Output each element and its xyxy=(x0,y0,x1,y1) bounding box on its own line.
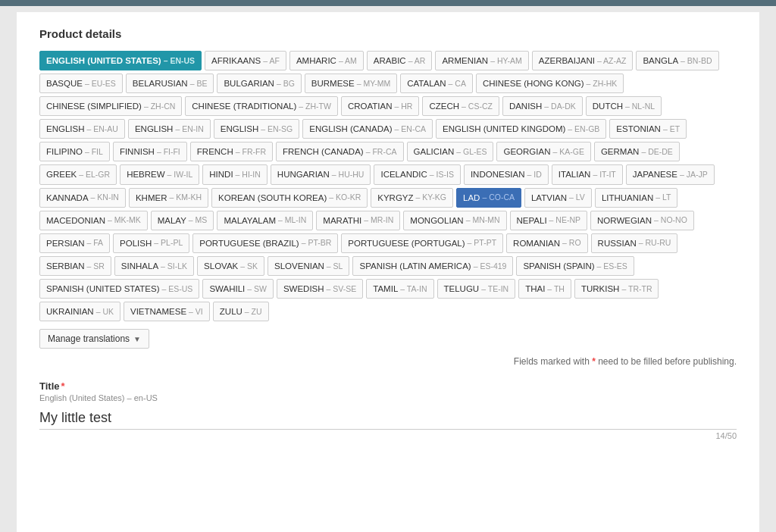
lang-btn-sr[interactable]: SERBIAN– SR xyxy=(39,256,111,276)
lang-btn-es-419[interactable]: SPANISH (LATIN AMERICA)– ES-419 xyxy=(352,256,513,276)
lang-btn-da-dk[interactable]: DANISH– DA-DK xyxy=(502,96,583,116)
lang-btn-th[interactable]: THAI– TH xyxy=(518,279,571,299)
lang-code: – SI-LK xyxy=(161,261,187,272)
lang-btn-mr-in[interactable]: MARATHI– MR-IN xyxy=(316,211,400,230)
lang-btn-es-es[interactable]: SPANISH (SPAIN)– ES-ES xyxy=(516,256,634,276)
lang-btn-te-in[interactable]: TELUGU– TE-IN xyxy=(437,279,516,299)
lang-label: DUTCH xyxy=(593,100,623,112)
lang-btn-et[interactable]: ESTONIAN– ET xyxy=(609,119,687,139)
lang-btn-mn-mn[interactable]: MONGOLIAN– MN-MN xyxy=(403,211,506,230)
lang-btn-nl-nl[interactable]: DUTCH– NL-NL xyxy=(586,96,662,116)
lang-btn-hi-in[interactable]: HINDI– HI-IN xyxy=(202,164,268,184)
lang-label: CHINESE (HONG KONG) xyxy=(483,77,584,89)
lang-code: – EN-IN xyxy=(175,124,203,135)
lang-btn-fr-ca[interactable]: FRENCH (CANADA)– FR-CA xyxy=(276,142,404,161)
lang-label: GALICIAN xyxy=(414,146,455,158)
char-count: 14/50 xyxy=(39,431,737,440)
lang-btn-fa[interactable]: PERSIAN– FA xyxy=(39,233,110,253)
lang-btn-az-az[interactable]: AZERBAIJANI– AZ-AZ xyxy=(532,51,634,70)
lang-btn-zh-hk[interactable]: CHINESE (HONG KONG)– ZH-HK xyxy=(476,74,624,93)
lang-btn-kn-in[interactable]: KANNADA– KN-IN xyxy=(39,188,126,208)
lang-btn-mk-mk[interactable]: MACEDONIAN– MK-MK xyxy=(39,211,148,230)
lang-btn-de-de[interactable]: GERMAN– DE-DE xyxy=(594,142,680,161)
lang-label: GEORGIAN xyxy=(503,146,550,158)
lang-code: – AZ-AZ xyxy=(597,55,627,67)
lang-btn-ka-ge[interactable]: GEORGIAN– KA-GE xyxy=(496,142,590,161)
lang-btn-co-ca[interactable]: LAD– CO-CA xyxy=(456,188,521,208)
lang-btn-sk[interactable]: SLOVAK– SK xyxy=(197,256,264,276)
lang-code: – SK xyxy=(240,261,258,272)
lang-btn-es-us[interactable]: SPANISH (UNITED STATES)– ES-US xyxy=(39,279,199,299)
lang-label: MONGOLIAN xyxy=(410,214,463,227)
lang-code: – MR-IN xyxy=(364,214,393,226)
lang-btn-zu[interactable]: ZULU– ZU xyxy=(213,302,269,321)
lang-label: AFRIKAANS xyxy=(211,55,261,67)
lang-btn-am[interactable]: AMHARIC– AM xyxy=(289,51,364,70)
lang-btn-ky-kg[interactable]: KYRGYZ– KY-KG xyxy=(371,188,453,208)
lang-btn-si-lk[interactable]: SINHALA– SI-LK xyxy=(114,256,194,276)
lang-btn-en-ca[interactable]: ENGLISH (CANADA)– EN-CA xyxy=(302,119,433,139)
lang-btn-ta-in[interactable]: TAMIL– TA-IN xyxy=(366,279,433,299)
lang-btn-fr-fr[interactable]: FRENCH– FR-FR xyxy=(190,142,273,161)
lang-btn-zh-tw[interactable]: CHINESE (TRADITIONAL)– ZH-TW xyxy=(185,96,338,116)
lang-btn-ne-np[interactable]: NEPALI– NE-NP xyxy=(510,211,588,230)
lang-btn-en-us[interactable]: ENGLISH (UNITED STATES)– EN-US xyxy=(39,51,202,70)
lang-btn-pl-pl[interactable]: POLISH– PL-PL xyxy=(113,233,189,253)
lang-btn-pt-pt[interactable]: PORTUGUESE (PORTUGAL)– PT-PT xyxy=(341,233,503,253)
lang-btn-en-sg[interactable]: ENGLISH– EN-SG xyxy=(214,119,300,139)
lang-btn-bg[interactable]: BULGARIAN– BG xyxy=(217,74,301,93)
lang-btn-en-gb[interactable]: ENGLISH (UNITED KINGDOM)– EN-GB xyxy=(436,119,606,139)
lang-btn-vi[interactable]: VIETNAMESE– VI xyxy=(124,302,210,321)
lang-btn-iw-il[interactable]: HEBREW– IW-IL xyxy=(120,164,199,184)
lang-btn-ms[interactable]: MALAY– MS xyxy=(151,211,214,230)
lang-btn-ml-in[interactable]: MALAYALAM– ML-IN xyxy=(217,211,313,230)
lang-btn-hr[interactable]: CROATIAN– HR xyxy=(341,96,420,116)
lang-btn-sv-se[interactable]: SWEDISH– SV-SE xyxy=(277,279,363,299)
lang-btn-fil[interactable]: FILIPINO– FIL xyxy=(39,142,110,161)
lang-btn-km-kh[interactable]: KHMER– KM-KH xyxy=(129,188,208,208)
lang-btn-lv[interactable]: LATVIAN– LV xyxy=(524,188,592,208)
lang-btn-ar[interactable]: ARABIC– AR xyxy=(367,51,433,70)
lang-label: MALAY xyxy=(158,214,186,227)
lang-label: FRENCH (CANADA) xyxy=(283,146,364,158)
lang-btn-cs-cz[interactable]: CZECH– CS-CZ xyxy=(422,96,499,116)
title-input[interactable] xyxy=(39,407,737,430)
lang-btn-it-it[interactable]: ITALIAN– IT-IT xyxy=(552,164,623,184)
lang-btn-be[interactable]: BELARUSIAN– BE xyxy=(126,74,214,93)
lang-btn-tr-tr[interactable]: TURKISH– TR-TR xyxy=(574,279,659,299)
lang-btn-no-no[interactable]: NORWEGIAN– NO-NO xyxy=(590,211,694,230)
lang-btn-el-gr[interactable]: GREEK– EL-GR xyxy=(39,164,117,184)
lang-btn-bn-bd[interactable]: BANGLA– BN-BD xyxy=(636,51,718,70)
lang-btn-uk[interactable]: UKRAINIAN– UK xyxy=(39,302,120,321)
title-sublabel: English (United States) – en-US xyxy=(39,393,737,402)
lang-btn-gl-es[interactable]: GALICIAN– GL-ES xyxy=(407,142,494,161)
manage-translations-button[interactable]: Manage translations ▼ xyxy=(39,329,149,349)
lang-btn-zh-cn[interactable]: CHINESE (SIMPLIFIED)– ZH-CN xyxy=(39,96,182,116)
lang-btn-my-mm[interactable]: BURMESE– MY-MM xyxy=(305,74,397,93)
lang-code: – ZH-HK xyxy=(586,78,617,89)
lang-btn-lt[interactable]: LITHUANIAN– LT xyxy=(595,188,678,208)
lang-btn-ca[interactable]: CATALAN– CA xyxy=(400,74,473,93)
lang-btn-en-in[interactable]: ENGLISH– EN-IN xyxy=(128,119,211,139)
lang-btn-is-is[interactable]: ICELANDIC– IS-IS xyxy=(374,164,460,184)
lang-label: CZECH xyxy=(429,100,459,112)
lang-btn-hu-hu[interactable]: HUNGARIAN– HU-HU xyxy=(271,164,371,184)
lang-btn-ko-kr[interactable]: KOREAN (SOUTH KOREA)– KO-KR xyxy=(211,188,368,208)
lang-label: PORTUGUESE (PORTUGAL) xyxy=(348,237,465,249)
lang-btn-sw[interactable]: SWAHILI– SW xyxy=(202,279,274,299)
lang-btn-pt-br[interactable]: PORTUGUESE (BRAZIL)– PT-BR xyxy=(192,233,338,253)
lang-btn-eu-es[interactable]: BASQUE– EU-ES xyxy=(39,74,123,93)
lang-btn-af[interactable]: AFRIKAANS– AF xyxy=(205,51,286,70)
lang-btn-sl[interactable]: SLOVENIAN– SL xyxy=(268,256,349,276)
lang-btn-en-au[interactable]: ENGLISH– EN-AU xyxy=(39,119,125,139)
lang-btn-ro[interactable]: ROMANIAN– RO xyxy=(506,233,588,253)
lang-btn-fi-fi[interactable]: FINNISH– FI-FI xyxy=(113,142,187,161)
lang-btn-ja-jp[interactable]: JAPANESE– JA-JP xyxy=(626,164,715,184)
lang-label: BELARUSIAN xyxy=(133,77,188,89)
lang-code: – LV xyxy=(569,192,585,203)
lang-btn-id[interactable]: INDONESIAN– ID xyxy=(464,164,549,184)
lang-code: – NL-NL xyxy=(625,101,655,112)
lang-code: – ES-US xyxy=(162,283,193,295)
lang-btn-ru-ru[interactable]: RUSSIAN– RU-RU xyxy=(591,233,678,253)
lang-btn-hy-am[interactable]: ARMENIAN– HY-AM xyxy=(435,51,528,70)
